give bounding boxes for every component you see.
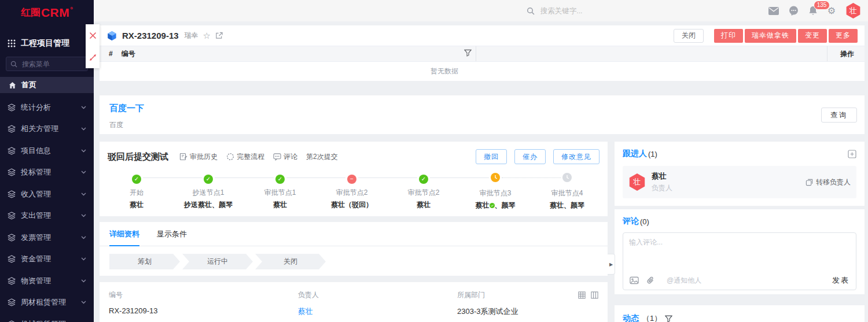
baidu-link[interactable]: 百度一下	[100, 95, 865, 114]
modify-opinion-button[interactable]: 修改意见	[553, 149, 599, 164]
baidu-card: 百度一下 百度 查询	[100, 95, 865, 134]
expand-diagonal-icon[interactable]	[89, 54, 97, 61]
sidebar-item[interactable]: 项目信息	[0, 140, 94, 162]
withdraw-button[interactable]: 撤回	[476, 149, 507, 164]
comments-title[interactable]: 评论	[623, 216, 639, 227]
transfer-owner-button[interactable]: 转移负责人	[806, 177, 851, 187]
follower-row: 壮 蔡壮 负责人 转移负责人	[623, 166, 856, 198]
sidebar-item[interactable]: 机械租赁管理	[0, 313, 94, 322]
sidebar-search-input[interactable]	[21, 60, 83, 69]
search-icon	[10, 61, 17, 68]
panel-collapse-handle[interactable]: ▶	[608, 254, 615, 275]
comment-box: @通知他人 发表	[623, 232, 856, 290]
member-name: 蔡壮	[652, 171, 672, 182]
detail-field-link[interactable]: 蔡壮	[298, 306, 457, 317]
detail-field: 编号RX-231209-13	[109, 290, 298, 317]
app-switcher[interactable]: 工程项目管理	[0, 35, 94, 52]
sidebar-item[interactable]: 资金管理	[0, 249, 94, 271]
chat-icon[interactable]	[789, 6, 799, 16]
close-icon[interactable]	[89, 32, 97, 39]
change-button[interactable]: 变更	[798, 29, 827, 43]
settings-gear-icon[interactable]: ⚙	[827, 6, 836, 16]
sidebar-item[interactable]: 支出管理	[0, 205, 94, 227]
global-search[interactable]	[527, 6, 640, 16]
approval-history-link[interactable]: 审批历史	[179, 152, 218, 162]
sidebar-item[interactable]: 收入管理	[0, 183, 94, 205]
filter-funnel-icon[interactable]	[464, 49, 472, 57]
column-number: 编号	[122, 49, 135, 59]
urge-button[interactable]: 催办	[514, 149, 546, 164]
close-record-button[interactable]: 关闭	[674, 29, 704, 43]
tab-detail[interactable]: 详细资料	[109, 229, 139, 246]
custom-action-button[interactable]: 瑞幸做拿铁	[745, 29, 796, 43]
logo-brand: 红圈	[21, 7, 41, 18]
workflow-step: ✓抄送节点1抄送蔡壮、颜琴	[172, 173, 244, 210]
sidebar-item[interactable]: 投标管理	[0, 162, 94, 184]
chevron-down-icon	[81, 257, 86, 261]
print-button[interactable]: 打印	[714, 29, 743, 43]
stage-chevron[interactable]: 运行中	[182, 254, 253, 269]
record-card: RX-231209-13 瑞幸 ☆ 关闭 打印 瑞幸做拿铁 变更 更多 # 编号	[100, 25, 865, 81]
tab-display-condition[interactable]: 显示条件	[157, 229, 187, 246]
approval-history-label: 审批历史	[190, 152, 218, 162]
activity-title[interactable]: 动态	[623, 313, 639, 322]
main-content: RX-231209-13 瑞幸 ☆ 关闭 打印 瑞幸做拿铁 变更 更多 # 编号	[94, 21, 868, 322]
followers-title[interactable]: 跟进人	[623, 149, 647, 159]
topbar: 135 ⚙ 壮	[94, 0, 868, 22]
comment-link[interactable]: 评论	[273, 152, 297, 162]
app-title: 工程项目管理	[21, 38, 69, 49]
column-index: #	[100, 50, 113, 58]
detail-field-value: 2303-3系测试企业	[457, 306, 598, 317]
star-favorite-icon[interactable]: ☆	[203, 31, 211, 40]
stage-chevron[interactable]: 关闭	[255, 254, 326, 269]
activity-filter-funnel-icon[interactable]	[665, 315, 672, 322]
sidebar-item[interactable]: 周材租赁管理	[0, 292, 94, 314]
logo-product: CRM	[41, 7, 69, 18]
sidebar-item[interactable]: 发票管理	[0, 227, 94, 249]
workflow-step: 审批节点3蔡壮、颜琴	[459, 173, 531, 210]
avatar[interactable]: 壮	[845, 3, 861, 18]
chevron-down-icon	[81, 149, 86, 153]
sidebar-search[interactable]	[6, 57, 88, 71]
record-window-controls	[86, 24, 100, 68]
full-process-link[interactable]: 完整流程	[226, 152, 264, 162]
step-rejected-icon: −	[347, 175, 356, 184]
chevron-down-icon	[81, 171, 86, 174]
mail-icon[interactable]	[768, 7, 779, 15]
detail-field: 负责人蔡壮	[298, 290, 457, 317]
sidebar-item-label: 首页	[21, 80, 36, 90]
query-button[interactable]: 查询	[821, 108, 857, 123]
comment-input[interactable]	[623, 233, 856, 268]
step-done-icon: ✓	[275, 175, 285, 184]
attachment-paperclip-icon[interactable]	[646, 276, 654, 285]
step-done-icon: ✓	[204, 175, 213, 184]
workflow-step: 审批节点4蔡壮、颜琴	[531, 173, 603, 210]
stage-chevron[interactable]: 筹划	[109, 254, 180, 269]
global-search-input[interactable]	[539, 6, 640, 16]
external-link-icon[interactable]	[215, 32, 223, 39]
activity-count: （1）	[642, 313, 661, 322]
table-view-icon[interactable]	[578, 291, 586, 299]
mention-placeholder[interactable]: @通知他人	[667, 276, 701, 286]
sidebar-item[interactable]: 相关方管理	[0, 119, 94, 140]
more-button[interactable]: 更多	[829, 29, 858, 43]
followers-count: (1)	[648, 150, 657, 158]
detail-field-value: RX-231209-13	[109, 306, 298, 315]
sidebar-item-home[interactable]: 首页	[0, 77, 94, 93]
followers-card: 跟进人 (1) 壮 蔡壮 负责人 转移负责人	[615, 142, 865, 206]
step-done-icon: ✓	[419, 175, 428, 184]
chevron-down-icon	[81, 236, 86, 239]
publish-button[interactable]: 发表	[832, 275, 849, 286]
column-action: 操作	[840, 49, 865, 59]
sidebar-item[interactable]: 统计分析	[0, 97, 94, 119]
detail-field: 所属部门2303-3系测试企业	[457, 290, 598, 317]
insert-image-icon[interactable]	[630, 276, 639, 284]
column-view-icon[interactable]	[591, 291, 598, 299]
notifications-bell-icon[interactable]: 135	[808, 6, 818, 16]
add-follower-icon[interactable]	[848, 150, 856, 158]
comments-card: 评论 (0) @通知他人 发表	[615, 209, 865, 294]
details-card: 编号RX-231209-13负责人蔡壮所属部门2303-3系测试企业 合同金额（…	[100, 282, 608, 322]
record-cube-icon	[106, 30, 117, 42]
member-avatar: 壮	[628, 173, 646, 191]
sidebar-item[interactable]: 物资管理	[0, 270, 94, 292]
